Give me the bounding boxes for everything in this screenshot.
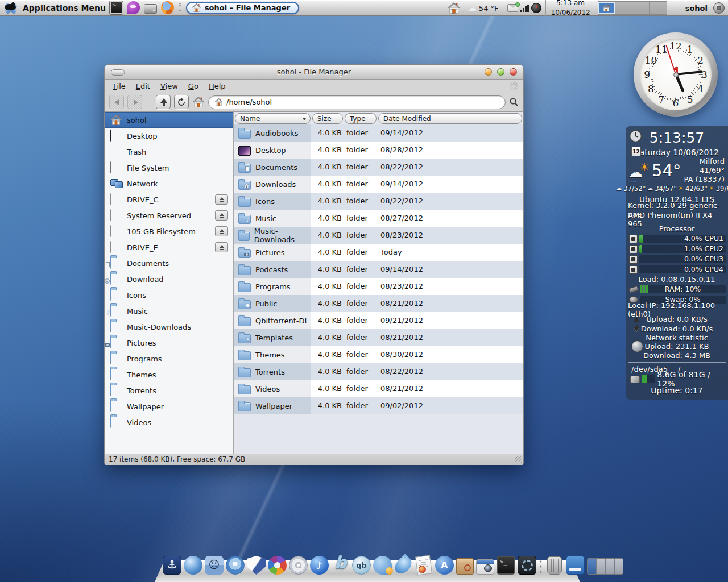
file-row-themes[interactable]: Themes4.0 KBfolder08/30/2012 bbox=[234, 346, 523, 363]
shield-security-icon[interactable] bbox=[247, 556, 266, 575]
app-store-icon[interactable] bbox=[435, 556, 454, 575]
session-button[interactable] bbox=[713, 2, 725, 14]
docky-anchor-icon[interactable] bbox=[163, 556, 181, 575]
file-row-public[interactable]: ◆Public4.0 KBfolder08/21/2012 bbox=[234, 295, 523, 312]
search-icon[interactable] bbox=[509, 97, 519, 107]
sidebar-item-home[interactable]: sohol bbox=[105, 112, 233, 128]
menu-go[interactable]: Go bbox=[183, 81, 204, 92]
clock-applet[interactable]: 5:13 am 10/06/2012 bbox=[545, 0, 595, 16]
sidebar-item-drive-e[interactable]: DRIVE_E bbox=[105, 239, 233, 255]
firefox-launcher-icon[interactable] bbox=[161, 1, 174, 14]
close-button[interactable] bbox=[510, 68, 517, 76]
sidebar-item-download[interactable]: ↓Download bbox=[105, 271, 233, 287]
eject-button[interactable] bbox=[215, 194, 228, 205]
file-row-pictures[interactable]: Pictures4.0 KBfolderToday bbox=[234, 244, 523, 261]
system-settings-icon[interactable] bbox=[518, 556, 536, 575]
qbittorrent-icon[interactable] bbox=[352, 556, 371, 575]
sidebar-item-themes[interactable]: Themes bbox=[105, 367, 233, 383]
menu-edit[interactable]: Edit bbox=[131, 81, 155, 92]
minimize-traffic-button[interactable] bbox=[485, 68, 492, 76]
sidebar-item-icons[interactable]: Icons bbox=[105, 287, 233, 303]
file-row-qbittorrent-dl[interactable]: Qbittorrent-DL4.0 KBfolder09/21/2012 bbox=[234, 312, 523, 329]
web-browser-icon[interactable] bbox=[184, 556, 202, 575]
sidebar-item-pictures[interactable]: Pictures bbox=[105, 335, 233, 351]
file-manager-dock-icon[interactable] bbox=[205, 556, 224, 575]
sidebar-item-music-downloads[interactable]: Music-Downloads bbox=[105, 319, 233, 335]
trash-dock-icon[interactable] bbox=[547, 556, 562, 575]
terminal-launcher-icon[interactable] bbox=[110, 1, 123, 14]
messenger-icon[interactable] bbox=[373, 556, 392, 575]
up-button[interactable] bbox=[156, 95, 171, 109]
window-app-icon[interactable] bbox=[566, 556, 585, 575]
text-editor-icon[interactable] bbox=[415, 555, 432, 576]
path-bar[interactable]: /home/sohol bbox=[208, 95, 506, 109]
music-player-icon[interactable] bbox=[310, 556, 329, 575]
file-row-desktop[interactable]: Desktop4.0 KBfolder08/28/2012 bbox=[234, 142, 523, 159]
package-manager-icon[interactable] bbox=[456, 558, 474, 575]
system-monitor-icon[interactable] bbox=[531, 3, 541, 13]
column-header-name[interactable]: Name bbox=[235, 113, 311, 124]
chromium-icon[interactable] bbox=[226, 556, 245, 575]
sidebar-item-videos[interactable]: Videos bbox=[105, 414, 233, 430]
column-header-type[interactable]: Type bbox=[345, 113, 377, 124]
sidebar-item-network[interactable]: Network bbox=[105, 176, 233, 192]
menu-help[interactable]: Help bbox=[204, 81, 231, 92]
eject-button[interactable] bbox=[215, 210, 228, 221]
file-list-view[interactable]: Name Size Type Date Modified Audiobooks4… bbox=[234, 112, 523, 454]
file-row-music-downloads[interactable]: Music-Downloads4.0 KBfolder08/23/2012 bbox=[234, 227, 523, 244]
workspace-4[interactable] bbox=[650, 2, 667, 14]
terminal-dock-icon[interactable] bbox=[497, 556, 515, 575]
sidebar-item-torrents[interactable]: Torrents bbox=[105, 383, 233, 398]
file-row-wallpaper[interactable]: Wallpaper4.0 KBfolder09/02/2012 bbox=[234, 397, 523, 414]
sidebar-item-music[interactable]: ♪Music bbox=[105, 303, 233, 319]
file-row-audiobooks[interactable]: Audiobooks4.0 KBfolder09/14/2012 bbox=[234, 124, 523, 142]
home-button[interactable] bbox=[192, 96, 205, 108]
forward-button[interactable] bbox=[127, 95, 142, 109]
workspace-pager-icon[interactable] bbox=[587, 558, 623, 575]
maximize-traffic-button[interactable] bbox=[497, 68, 504, 76]
workspace-2[interactable] bbox=[615, 2, 632, 14]
applications-menu-button[interactable]: Applications Menu bbox=[23, 3, 106, 13]
sidebar-item-documents[interactable]: Documents bbox=[105, 255, 233, 271]
column-header-date[interactable]: Date Modified bbox=[378, 113, 522, 124]
deluge-drop-icon[interactable] bbox=[392, 554, 415, 576]
cd-disc-icon[interactable] bbox=[289, 556, 308, 575]
back-button[interactable] bbox=[109, 95, 124, 109]
drive-launcher-icon[interactable] bbox=[144, 4, 157, 14]
titlebar[interactable]: sohol - File Manager bbox=[105, 65, 523, 80]
menu-view[interactable]: View bbox=[155, 81, 183, 92]
file-row-programs[interactable]: Programs4.0 KBfolder08/23/2012 bbox=[234, 278, 523, 295]
screenshot-tool-icon[interactable] bbox=[476, 559, 494, 575]
resize-grip[interactable] bbox=[515, 456, 522, 463]
minimize-button[interactable] bbox=[111, 69, 125, 76]
window-list-button[interactable]: sohol – File Manager bbox=[186, 2, 299, 14]
workspace-1[interactable] bbox=[598, 2, 615, 14]
file-row-podcasts[interactable]: Podcasts4.0 KBfolder09/14/2012 bbox=[234, 261, 523, 278]
file-row-music[interactable]: ♪Music4.0 KBfolder08/27/2012 bbox=[234, 210, 523, 227]
sidebar-item-wallpaper[interactable]: Wallpaper bbox=[105, 398, 233, 414]
eject-button[interactable] bbox=[215, 242, 228, 252]
sidebar-item-programs[interactable]: Programs bbox=[105, 351, 233, 367]
desktop-wallpaper[interactable]: { "panel": { "app_menu": "Applications M… bbox=[0, 0, 728, 582]
weather-panel-applet[interactable]: ☁ 54 °F bbox=[464, 0, 503, 16]
banshee-icon[interactable] bbox=[331, 556, 350, 575]
menu-file[interactable]: File bbox=[108, 81, 131, 92]
sidebar-item-drive-c[interactable]: DRIVE_C bbox=[105, 192, 233, 207]
home-panel-icon[interactable] bbox=[446, 2, 461, 14]
file-row-downloads[interactable]: ↓Downloads4.0 KBfolder09/14/2012 bbox=[234, 176, 523, 193]
workspace-3[interactable] bbox=[632, 2, 650, 14]
file-row-icons[interactable]: Icons4.0 KBfolder08/22/2012 bbox=[234, 193, 523, 210]
file-row-torrents[interactable]: Torrents4.0 KBfolder08/22/2012 bbox=[234, 363, 523, 380]
picasa-icon[interactable] bbox=[268, 556, 287, 575]
file-row-videos[interactable]: Videos4.0 KBfolder08/21/2012 bbox=[234, 380, 523, 397]
column-header-size[interactable]: Size bbox=[312, 113, 343, 124]
network-signal-icon[interactable] bbox=[520, 4, 529, 13]
sidebar-item-trash[interactable]: Trash bbox=[105, 144, 233, 160]
reload-button[interactable] bbox=[174, 95, 189, 109]
pidgin-launcher-icon[interactable] bbox=[127, 1, 140, 14]
sidebar-item-desktop[interactable]: Desktop bbox=[105, 128, 233, 144]
file-row-templates[interactable]: xTemplates4.0 KBfolder08/21/2012 bbox=[234, 329, 523, 346]
mail-icon[interactable] bbox=[507, 4, 518, 12]
sidebar-item-system-reserved[interactable]: System Reserved bbox=[105, 207, 233, 223]
xfce-menu-icon[interactable] bbox=[3, 2, 19, 14]
